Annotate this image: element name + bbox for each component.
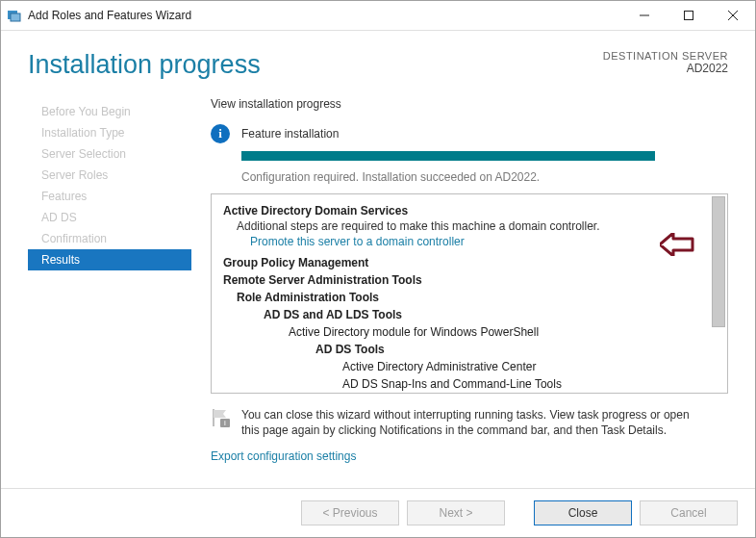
wizard-body: Installation progress DESTINATION SERVER…	[1, 31, 755, 488]
svg-rect-3	[685, 12, 693, 20]
sidebar-item-ad-ds: AD DS	[28, 207, 191, 228]
minimize-button[interactable]	[622, 1, 667, 30]
results-box: Active Directory Domain Services Additio…	[211, 193, 728, 394]
annotation-arrow-icon	[660, 233, 694, 259]
server-manager-icon	[7, 8, 22, 23]
close-window-button[interactable]	[711, 1, 755, 30]
status-row: i Feature installation	[211, 124, 728, 143]
svg-text:i: i	[224, 419, 226, 427]
page-heading: Installation progress	[28, 50, 261, 80]
svg-line-4	[728, 11, 738, 20]
button-bar: < Previous Next > Close Cancel	[1, 488, 755, 537]
wizard-window: Add Roles and Features Wizard Installati…	[0, 0, 756, 538]
close-button[interactable]: Close	[534, 500, 632, 525]
result-adds-tools: AD DS Tools	[315, 343, 706, 356]
results-scrollbar[interactable]	[712, 196, 725, 391]
result-adds-note: Additional steps are required to make th…	[237, 219, 706, 233]
config-status-text: Configuration required. Installation suc…	[241, 170, 728, 184]
result-snapins: AD DS Snap-Ins and Command-Line Tools	[342, 377, 706, 391]
footer-note: i You can close this wizard without inte…	[211, 407, 728, 438]
sidebar-item-server-roles: Server Roles	[28, 165, 191, 186]
info-icon: i	[211, 124, 230, 143]
sidebar-item-confirmation: Confirmation	[28, 228, 191, 249]
previous-button: < Previous	[301, 500, 399, 525]
destination-label: DESTINATION SERVER	[603, 50, 728, 62]
result-ad-module: Active Directory module for Windows Powe…	[289, 325, 706, 339]
pane-subtitle: View installation progress	[211, 97, 728, 111]
sidebar-item-before-you-begin: Before You Begin	[28, 101, 191, 122]
maximize-button[interactable]	[667, 1, 711, 30]
cancel-button: Cancel	[640, 500, 738, 525]
result-gpm-heading: Group Policy Management	[223, 256, 706, 269]
export-settings-link[interactable]: Export configuration settings	[211, 449, 728, 463]
window-title: Add Roles and Features Wizard	[28, 9, 191, 22]
result-role-admin: Role Administration Tools	[237, 291, 706, 304]
result-adds-heading: Active Directory Domain Services	[223, 204, 706, 218]
sidebar-item-installation-type: Installation Type	[28, 122, 191, 143]
promote-server-link[interactable]: Promote this server to a domain controll…	[250, 235, 465, 248]
destination-name: AD2022	[603, 62, 728, 75]
next-button: Next >	[407, 500, 505, 525]
footer-note-text: You can close this wizard without interr…	[241, 407, 703, 438]
flag-icon: i	[211, 407, 232, 428]
status-text: Feature installation	[241, 127, 339, 141]
progress-bar	[241, 151, 655, 161]
svg-line-5	[728, 11, 738, 20]
result-adac: Active Directory Administrative Center	[342, 360, 706, 373]
scrollbar-thumb[interactable]	[712, 196, 725, 327]
heading-row: Installation progress DESTINATION SERVER…	[28, 50, 728, 80]
svg-rect-1	[11, 13, 20, 21]
result-rsat-heading: Remote Server Administration Tools	[223, 273, 706, 287]
content-row: Before You Begin Installation Type Serve…	[28, 97, 728, 488]
wizard-steps-sidebar: Before You Begin Installation Type Serve…	[28, 97, 191, 488]
result-adds-lds: AD DS and AD LDS Tools	[264, 308, 706, 321]
sidebar-item-results: Results	[28, 249, 191, 270]
titlebar: Add Roles and Features Wizard	[1, 1, 755, 31]
sidebar-item-features: Features	[28, 186, 191, 207]
results-content: Active Directory Domain Services Additio…	[212, 194, 710, 393]
destination-server-block: DESTINATION SERVER AD2022	[603, 50, 728, 75]
sidebar-item-server-selection: Server Selection	[28, 143, 191, 165]
results-pane: View installation progress i Feature ins…	[191, 97, 728, 488]
